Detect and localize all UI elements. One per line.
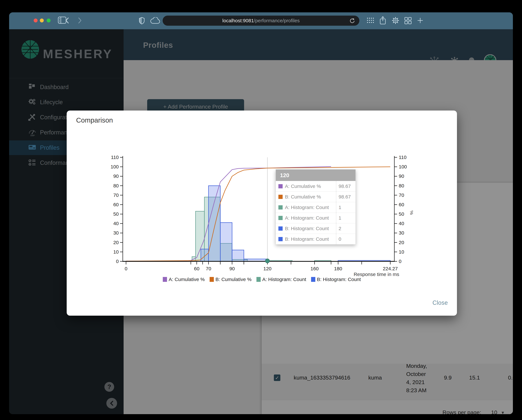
browser-window: localhost:9081/performance/profiles [9,12,513,414]
svg-text:10: 10 [113,249,119,255]
svg-text:180: 180 [334,266,342,271]
series-swatch [278,195,283,199]
tooltip-row: A: Histogram: Count1 [276,213,355,223]
legend-item[interactable]: B: Histogram: Count [311,277,361,282]
svg-text:224.27: 224.27 [383,266,398,271]
svg-text:%: % [409,210,413,215]
svg-text:90: 90 [113,173,119,179]
tooltip-series-label: A: Cumulative % [285,183,336,189]
tooltip-row: B: Histogram: Count0 [276,234,355,244]
svg-text:100: 100 [111,164,119,169]
legend-item[interactable]: B: Cumulative % [210,277,252,282]
svg-text:120: 120 [263,266,271,271]
svg-text:20: 20 [113,240,119,245]
tooltip-series-value: 1 [336,202,355,213]
tooltip-series-label: A: Histogram: Count [285,205,336,210]
svg-text:70: 70 [113,192,119,198]
svg-text:70: 70 [206,266,211,271]
svg-text:90: 90 [229,266,235,271]
svg-text:110: 110 [399,155,407,160]
url-host: localhost:9081 [222,18,254,23]
series-swatch [278,205,283,210]
svg-text:100: 100 [399,164,407,169]
comparison-dialog: Comparison 00101020203030404050506060707… [67,111,457,316]
keypad-grid-icon[interactable] [367,17,374,24]
svg-text:0: 0 [399,259,401,264]
privacy-shield-icon[interactable] [139,17,145,25]
tooltip-header: 120 [276,170,355,181]
legend-label: B: Cumulative % [215,277,252,282]
close-dialog-button[interactable]: Close [432,300,448,306]
svg-text:20: 20 [399,240,404,245]
address-bar[interactable]: localhost:9081/performance/profiles [163,15,359,26]
back-icon[interactable] [64,17,70,25]
legend-swatch [256,277,261,282]
tooltip-row: A: Cumulative %98.67 [276,181,355,191]
svg-text:60: 60 [113,202,119,207]
svg-text:0: 0 [116,259,119,264]
tooltip-row: A: Histogram: Count1 [276,202,355,213]
icloud-icon[interactable] [150,17,160,25]
svg-text:60: 60 [194,266,199,271]
series-swatch [278,226,283,231]
chart-tooltip: 120 A: Cumulative %98.67B: Cumulative %9… [276,169,356,244]
legend-swatch [311,277,315,282]
svg-text:110: 110 [111,155,119,160]
tooltip-series-label: B: Histogram: Count [285,226,336,231]
svg-text:160: 160 [310,266,319,271]
svg-text:60: 60 [399,202,404,207]
svg-text:0: 0 [125,266,128,271]
svg-text:30: 30 [399,230,404,235]
svg-text:40: 40 [399,221,404,226]
settings-gear-icon[interactable] [392,17,399,25]
svg-text:50: 50 [399,211,404,217]
minimize-window-button[interactable] [40,19,44,22]
tooltip-series-value: 0 [336,234,355,244]
share-icon[interactable] [380,16,386,25]
forward-icon[interactable] [77,17,83,25]
series-swatch [278,216,283,220]
comparison-chart[interactable]: 0010102020303040405050606070708080909010… [104,151,413,281]
close-window-button[interactable] [34,19,38,22]
svg-text:50: 50 [113,211,119,217]
svg-text:Response time in ms: Response time in ms [354,272,399,277]
tooltip-row: B: Cumulative %98.67 [276,191,355,202]
tooltip-series-value: 98.67 [336,181,355,191]
svg-text:80: 80 [399,183,404,188]
svg-text:80: 80 [113,183,119,188]
reload-icon[interactable] [349,18,355,25]
new-tab-icon[interactable] [417,17,424,25]
legend-swatch [210,277,214,282]
tooltip-row: B: Histogram: Count2 [276,223,355,234]
legend-item[interactable]: A: Cumulative % [163,277,205,282]
url-path: /performance/profiles [254,18,300,23]
tooltip-series-label: B: Histogram: Count [285,236,336,242]
tooltip-series-value: 2 [336,223,355,234]
series-swatch [278,237,283,241]
legend-label: A: Cumulative % [169,277,205,282]
svg-text:40: 40 [113,221,119,226]
legend-item[interactable]: A: Histogram: Count [256,277,306,282]
legend-label: B: Histogram: Count [317,277,361,282]
dialog-title: Comparison [76,116,113,124]
tooltip-series-value: 98.67 [336,192,355,202]
tooltip-series-label: B: Cumulative % [285,194,336,200]
tab-overview-icon[interactable] [404,17,412,25]
tooltip-series-label: A: Histogram: Count [285,215,336,221]
chart-legend: A: Cumulative %B: Cumulative %A: Histogr… [67,277,457,282]
zoom-window-button[interactable] [47,19,51,22]
svg-text:70: 70 [399,192,404,198]
legend-swatch [163,277,167,282]
svg-text:10: 10 [399,249,404,255]
browser-chrome: localhost:9081/performance/profiles [9,12,513,30]
tooltip-series-value: 1 [336,213,355,223]
svg-text:30: 30 [113,230,119,235]
svg-text:90: 90 [399,173,404,179]
series-swatch [278,184,283,188]
screen: localhost:9081/performance/profiles [0,0,522,420]
legend-label: A: Histogram: Count [262,277,306,282]
